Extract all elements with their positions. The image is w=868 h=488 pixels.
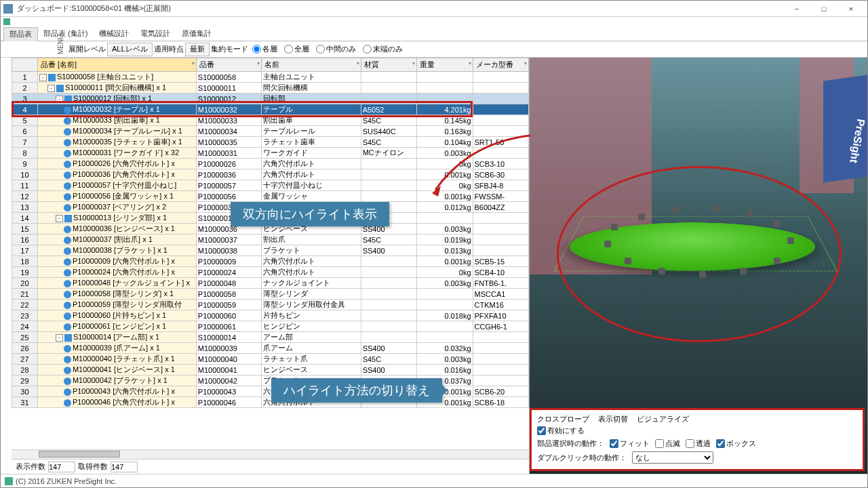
disp-label: 表示件数 [16, 462, 45, 472]
footer: (C) 2016 ZUKEN PreSight Inc. [1, 474, 867, 487]
table-row[interactable]: 2-S10000011 [間欠回転機構] x 1S10000011間欠回転機構 [12, 83, 529, 94]
col-weight[interactable]: 重量▾ [417, 58, 473, 72]
col-name[interactable]: 名前▾ [261, 58, 361, 72]
table-row[interactable]: 10P10000036 [六角穴付ボルト] xP10000036六角穴付ボルト0… [12, 169, 529, 180]
ribbon-icons [1, 17, 867, 26]
close-button[interactable]: × [837, 1, 865, 16]
expand-label: 展開レベル [68, 44, 106, 54]
col-partno[interactable]: 品番▾ [196, 58, 261, 72]
menu-side-label[interactable]: MENU [57, 35, 64, 54]
tab-bom[interactable]: 部品表 [3, 27, 38, 41]
table-row[interactable]: 16M10000037 [割出爪] x 1M10000037割出爪S45C0.0… [12, 235, 529, 245]
col-tree[interactable]: 品番 [名前]▾ [37, 58, 196, 72]
dbl-action-label: ダブルクリック時の動作： [537, 453, 627, 463]
get-count[interactable] [111, 462, 138, 472]
radio-mid[interactable]: 中間のみ [313, 44, 359, 54]
table-row[interactable]: 17M10000038 [ブラケット] x 1M10000038ブラケットSS4… [12, 245, 529, 256]
col-rownum[interactable] [12, 58, 38, 72]
radio-leaf[interactable]: 末端のみ [360, 44, 406, 54]
table-row[interactable]: 11P10000057 [十字穴付皿小ねじ]P10000057十字穴付皿小ねじ0… [12, 180, 529, 191]
left-panel: 品番 [名前]▾ 品番▾ 名前▾ 材質▾ 重量▾ メーカ型番▾ 1-S10000… [1, 58, 530, 474]
fit-checkbox[interactable]: フィット [610, 439, 650, 449]
maximize-button[interactable]: □ [810, 1, 837, 16]
col-maker[interactable]: メーカ型番▾ [473, 58, 528, 72]
blink-checkbox[interactable]: 点滅 [655, 439, 680, 449]
table-row[interactable]: 4M10000032 [テーブル] x 1M10000032テーブルA50524… [12, 104, 529, 115]
filter-bar: 展開レベル ALLレベル 適用時点 最新 集約モード 各層 全層 中間のみ 末端… [1, 41, 867, 58]
table-row[interactable]: 21P10000058 [薄型シリンダ] x 1P10000058薄型シリンダM… [12, 289, 529, 300]
tab-mech[interactable]: 機械設計 [94, 27, 135, 40]
copyright: (C) 2016 ZUKEN PreSight Inc. [16, 477, 117, 485]
all-level-button[interactable]: ALLレベル [107, 43, 153, 56]
footer-icon [5, 477, 13, 485]
latest-button[interactable]: 最新 [185, 43, 210, 56]
dbl-action-select[interactable]: なし [632, 451, 713, 464]
tab-cost[interactable]: 原価集計 [176, 27, 218, 40]
get-label: 取得件数 [78, 462, 108, 472]
table-row[interactable]: 26M10000039 [爪アーム] x 1M10000039爪アームSS400… [12, 343, 529, 354]
minimize-button[interactable]: − [783, 1, 810, 16]
box-checkbox[interactable]: ボックス [716, 439, 756, 449]
table-row[interactable]: 8M10000031 [ワークガイド] x 32M10000031ワークガイドM… [12, 148, 529, 159]
cp-title: クロスプローブ 表示切替 ビジュアライズ [537, 414, 857, 424]
disp-count[interactable] [48, 462, 75, 472]
table-row[interactable]: 23P10000060 [片持ちピン] x 1P10000060片持ちピン0.0… [12, 310, 529, 321]
table-row[interactable]: 19P10000024 [六角穴付ボルト] xP10000024六角穴付ボルト0… [12, 267, 529, 278]
status-bar: 表示件数 取得件数 [12, 459, 529, 474]
crossprobe-panel: クロスプローブ 表示切替 ビジュアライズ 有効にする 部品選択時の動作： フィッ… [530, 408, 865, 471]
tab-bom-summary[interactable]: 部品表 (集計) [38, 27, 94, 40]
callout-bidirectional: 双方向にハイライト表示 [231, 202, 389, 226]
app-window: ダッシュボード:S10000058<01 機械>(正展開) − □ × 部品表 … [0, 0, 868, 488]
table-row[interactable]: 25-S10000014 [アーム部] x 1S10000014アーム部 [12, 332, 529, 343]
content: 品番 [名前]▾ 品番▾ 名前▾ 材質▾ 重量▾ メーカ型番▾ 1-S10000… [1, 58, 867, 474]
tab-strip: 部品表 部品表 (集計) 機械設計 電気設計 原価集計 [1, 26, 867, 41]
table-row[interactable]: 28M10000041 [ヒンジベース] x 1M10000041ヒンジベースS… [12, 365, 529, 375]
table-row[interactable]: 24P10000061 [ヒンジピン] x 1P10000061ヒンジピンCCG… [12, 321, 529, 332]
table-row[interactable]: 20P10000048 [ナックルジョイント] xP10000048ナックルジョ… [12, 278, 529, 289]
window-title: ダッシュボード:S10000058<01 機械>(正展開) [17, 3, 783, 14]
sel-action-label: 部品選択時の動作： [537, 439, 604, 449]
h-scrollbar[interactable] [12, 449, 529, 459]
apply-label: 適用時点 [154, 44, 184, 54]
table-row[interactable]: 27M10000040 [ラチェット爪] x 1M10000040ラチェット爪S… [12, 354, 529, 365]
table-row[interactable]: 1-S10000058 [主軸台ユニット]S10000058主軸台ユニット [12, 72, 529, 83]
trans-checkbox[interactable]: 透過 [686, 439, 711, 449]
col-material[interactable]: 材質▾ [361, 58, 416, 72]
radio-each[interactable]: 各層 [250, 44, 280, 54]
tab-elec[interactable]: 電気設計 [135, 27, 176, 40]
table-row[interactable]: 7M10000035 [ラチェット歯車] x 1M10000035ラチェット歯車… [12, 137, 529, 148]
enable-checkbox[interactable]: 有効にする [537, 426, 585, 436]
app-icon [3, 4, 13, 14]
table-row[interactable]: 18P10000009 [六角穴付ボルト] xP10000009六角穴付ボルト0… [12, 256, 529, 267]
callout-switch: ハイライト方法の切り替え [271, 378, 442, 403]
table-row[interactable]: 5M10000033 [割出歯車] x 1M10000033割出歯車S45C0.… [12, 115, 529, 126]
table-row[interactable]: 9P10000026 [六角穴付ボルト] xP10000026六角穴付ボルト0k… [12, 159, 529, 169]
table-row[interactable]: 22P10000059 [薄型シリンダ用取付P10000059薄型シリンダ用取付… [12, 300, 529, 310]
table-row[interactable]: 6M10000034 [テーブルレール] x 1M10000034テーブルレール… [12, 126, 529, 137]
right-panel: PreSight クロスプローブ 表示切替 ビジュアライズ 有効にする 部品選択… [530, 58, 867, 474]
table-row[interactable]: 12P10000056 [金属ワッシャ] x 1P10000056金属ワッシャ0… [12, 191, 529, 202]
radio-all[interactable]: 全層 [281, 44, 312, 54]
title-bar: ダッシュボード:S10000058<01 機械>(正展開) − □ × [1, 1, 867, 17]
table-row[interactable]: 3-S10000012 [回転部] x 1S10000012回転部 [12, 94, 529, 104]
mode-label: 集約モード [211, 44, 248, 54]
